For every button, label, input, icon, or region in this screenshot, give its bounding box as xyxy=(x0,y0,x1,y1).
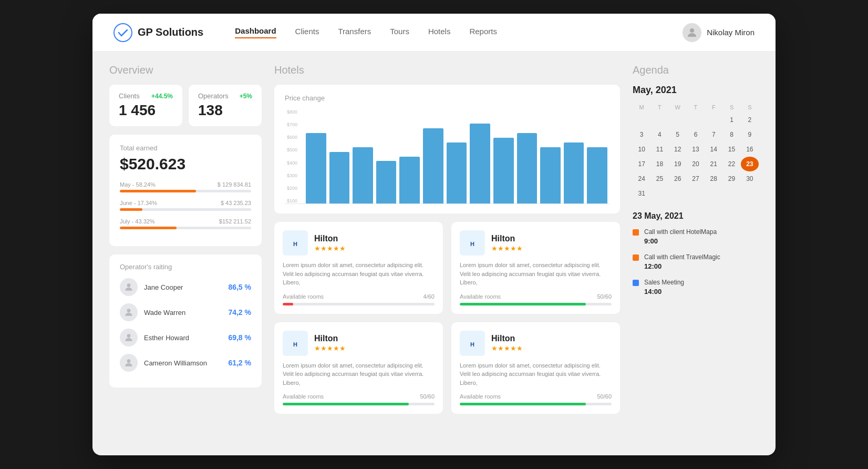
hilton-logo-icon-2: H xyxy=(286,334,305,353)
svg-point-1 xyxy=(690,28,694,33)
calendar-day[interactable] xyxy=(650,186,668,201)
calendar-day[interactable]: 16 xyxy=(741,142,759,157)
calendar-day[interactable]: 12 xyxy=(669,142,687,157)
agenda-event-1: Call with client TravelMagic 12:00 xyxy=(633,253,759,270)
calendar-day[interactable]: 1 xyxy=(722,113,740,127)
hotel-stars-0: ★★★★★ xyxy=(314,244,346,252)
calendar-day[interactable] xyxy=(705,113,722,127)
operator-score-3: 61,2 % xyxy=(228,359,251,367)
calendar-day[interactable]: 25 xyxy=(650,171,668,186)
hotel-name-3: Hilton xyxy=(491,334,523,343)
event-dot-0 xyxy=(633,229,639,236)
calendar-day[interactable]: 30 xyxy=(741,171,759,186)
calendar-day[interactable] xyxy=(705,186,722,201)
chart-bar xyxy=(423,128,443,203)
operator-avatar-2 xyxy=(120,329,138,346)
calendar-day[interactable]: 4 xyxy=(650,127,668,142)
nav-reports[interactable]: Reports xyxy=(469,27,497,38)
operator-rating-title: Operator's raiting xyxy=(120,263,251,271)
operator-name-2: Esther Howard xyxy=(144,334,222,342)
calendar-day[interactable]: 3 xyxy=(633,127,650,142)
calendar-day[interactable]: 2 xyxy=(741,113,759,127)
svg-text:H: H xyxy=(470,341,474,348)
nav-dashboard[interactable]: Dashboard xyxy=(235,26,276,38)
calendar-day[interactable] xyxy=(687,186,705,201)
calendar-day[interactable]: 15 xyxy=(722,142,740,157)
rooms-row-2: Available rooms 50/60 xyxy=(283,393,435,400)
event-time-1: 12:00 xyxy=(644,262,720,270)
calendar-day[interactable] xyxy=(650,113,668,127)
nav-tours[interactable]: Tours xyxy=(390,27,409,38)
hilton-logo-icon-3: H xyxy=(463,334,482,353)
hilton-logo-icon-1: H xyxy=(463,233,482,252)
svg-text:H: H xyxy=(470,241,474,247)
calendar-day[interactable]: 29 xyxy=(722,171,740,186)
calendar-day[interactable]: 6 xyxy=(687,127,705,142)
calendar-day[interactable]: 17 xyxy=(633,157,650,171)
calendar-day[interactable] xyxy=(722,186,740,201)
hotel-card-header-3: H Hilton ★★★★★ xyxy=(460,331,612,356)
event-text-2: Sales Meeting 14:00 xyxy=(644,279,684,295)
user-section[interactable]: Nikolay Miron xyxy=(683,23,755,42)
calendar-day[interactable]: 24 xyxy=(633,171,650,186)
calendar-day[interactable]: 9 xyxy=(741,127,759,142)
agenda-event-2: Sales Meeting 14:00 xyxy=(633,279,759,295)
calendar-day[interactable]: 21 xyxy=(705,157,722,171)
calendar-day[interactable]: 31 xyxy=(633,186,650,201)
clients-value: 1 456 xyxy=(119,102,173,119)
price-change-card: Price change $800 $700 $600 $500 $400 $3… xyxy=(274,85,620,213)
calendar-day[interactable]: 14 xyxy=(705,142,722,157)
event-text-0: Call with client HotelMapa 9:00 xyxy=(644,228,717,245)
event-title-2: Sales Meeting xyxy=(644,279,684,286)
hotel-logo-3: H xyxy=(460,331,485,356)
calendar-day[interactable]: 11 xyxy=(650,142,668,157)
calendar-day[interactable]: 20 xyxy=(687,157,705,171)
calendar-day[interactable]: 28 xyxy=(705,171,722,186)
rooms-bar-bg-0 xyxy=(283,303,435,305)
overview-title: Overview xyxy=(109,64,262,76)
calendar-day[interactable]: 8 xyxy=(722,127,740,142)
calendar-day[interactable] xyxy=(633,113,650,127)
agenda-title: Agenda xyxy=(633,64,759,76)
total-earned-value: $520.623 xyxy=(120,155,251,173)
calendar-day[interactable]: 13 xyxy=(687,142,705,157)
nav-transfers[interactable]: Transfers xyxy=(338,27,371,38)
chart-bar xyxy=(470,124,490,203)
hotel-name-1: Hilton xyxy=(491,234,523,243)
chart-bar xyxy=(447,142,467,203)
rooms-row-0: Available rooms 4/60 xyxy=(283,293,435,300)
hotel-info-2: Hilton ★★★★★ xyxy=(314,334,346,352)
operator-score-1: 74,2 % xyxy=(228,308,251,317)
calendar-day[interactable]: 27 xyxy=(687,171,705,186)
chart-bar xyxy=(517,133,538,203)
hilton-logo-icon-0: H xyxy=(286,233,305,252)
calendar-day[interactable]: 19 xyxy=(669,157,687,171)
calendar-grid: M T W T F S S 12345678910111213141516171… xyxy=(633,102,759,201)
calendar-day[interactable]: 22 xyxy=(722,157,740,171)
calendar-day[interactable]: 7 xyxy=(705,127,722,142)
calendar-day[interactable] xyxy=(669,186,687,201)
nav-clients[interactable]: Clients xyxy=(295,27,319,38)
price-change-label: Price change xyxy=(285,94,609,102)
logo[interactable]: GP Solutions xyxy=(113,23,203,42)
hotel-logo-0: H xyxy=(283,230,308,256)
hotel-logo-2: H xyxy=(283,331,308,356)
calendar-day[interactable]: 23 xyxy=(741,157,759,171)
cal-header-s2: S xyxy=(741,102,759,113)
rooms-bar-bg-1 xyxy=(460,303,612,305)
calendar-day[interactable] xyxy=(687,113,705,127)
chart-bar xyxy=(540,147,561,203)
clients-label: Clients +44.5% xyxy=(119,92,173,100)
calendar-day[interactable] xyxy=(669,113,687,127)
calendar-day[interactable]: 5 xyxy=(669,127,687,142)
calendar-day[interactable] xyxy=(741,186,759,201)
operator-row-0: Jane Cooper 86,5 % xyxy=(120,278,251,296)
calendar-day[interactable]: 10 xyxy=(633,142,650,157)
clients-change: +44.5% xyxy=(151,93,173,100)
chart-bar xyxy=(329,152,350,203)
calendar-day[interactable]: 26 xyxy=(669,171,687,186)
cal-header-w: W xyxy=(669,102,687,113)
hotel-info-1: Hilton ★★★★★ xyxy=(491,234,523,252)
nav-hotels[interactable]: Hotels xyxy=(428,27,451,38)
calendar-day[interactable]: 18 xyxy=(650,157,668,171)
